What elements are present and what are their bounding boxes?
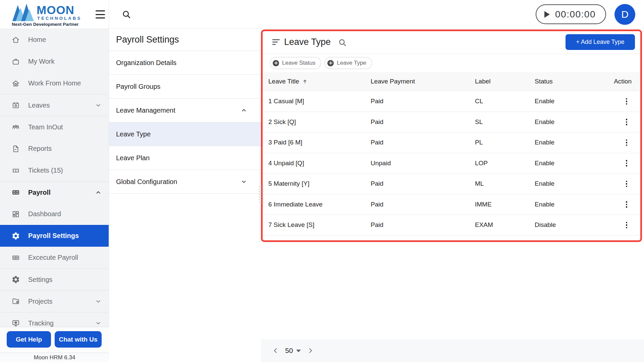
column-header-leave-title[interactable]: Leave Title <box>268 78 371 85</box>
sidebar-item-leaves[interactable]: Leaves <box>0 94 109 116</box>
chat-with-us-button[interactable]: Chat with Us <box>55 331 102 348</box>
panel-resize-handle[interactable] <box>259 185 263 204</box>
menu-item-payroll-groups[interactable]: Payroll Groups <box>109 75 261 99</box>
chevron-down-icon <box>95 319 102 327</box>
sidebar-item-my-work[interactable]: My Work <box>0 51 109 72</box>
table-row-7-sick-leave-s: 7 Sick Leave [S]PaidEXAMDisable <box>263 215 640 236</box>
row-actions-kebab-icon[interactable] <box>622 179 632 189</box>
sidebar-item-home[interactable]: Home <box>0 29 109 51</box>
sidebar-item-label: Team InOut <box>28 123 63 131</box>
table-row-3-paid-6-m: 3 Paid [6 M]PaidPLEnable <box>263 132 640 153</box>
sidebar-item-label: Leaves <box>28 102 50 109</box>
timer-value: 00:00:00 <box>555 9 596 20</box>
table-search-icon[interactable] <box>338 38 347 47</box>
menu-item-organization-details[interactable]: Organization Details <box>109 51 261 75</box>
moon-technolabs-logo: MOON TECHNOLABS Next-Gen Development Par… <box>12 2 84 27</box>
sidebar-item-label: Projects <box>28 298 52 305</box>
global-search-icon[interactable] <box>121 9 131 19</box>
cell-status: Enable <box>535 118 608 126</box>
topbar-divider <box>109 0 109 29</box>
chip-label: Leave Status <box>282 60 315 66</box>
sidebar-item-team-inout[interactable]: Team InOut <box>0 116 109 138</box>
cell-label: EXAM <box>475 221 535 229</box>
sidebar-item-payroll[interactable]: Payroll <box>0 181 109 203</box>
row-actions-kebab-icon[interactable] <box>622 220 632 230</box>
sidebar-item-tickets-15[interactable]: Tickets (15) <box>0 160 109 181</box>
chevron-up-icon <box>240 107 248 114</box>
cell-status: Disable <box>535 221 608 229</box>
get-help-button[interactable]: Get Help <box>7 331 51 348</box>
menu-item-leave-plan[interactable]: Leave Plan <box>109 146 261 170</box>
chevron-up-icon <box>95 189 102 196</box>
cell-leave-title: 5 Maternity [Y] <box>268 180 371 187</box>
gear-icon <box>11 275 20 284</box>
sidebar-item-label: Work From Home <box>28 79 81 87</box>
sidebar-item-reports[interactable]: Reports <box>0 138 109 160</box>
row-actions-kebab-icon[interactable] <box>622 117 632 127</box>
user-avatar[interactable]: D <box>614 4 635 25</box>
column-header-action: Action <box>608 78 632 85</box>
menu-item-leave-type[interactable]: Leave Type <box>109 122 261 146</box>
column-header-status: Status <box>535 78 608 85</box>
cash-icon <box>11 253 20 262</box>
briefcase-icon <box>11 57 20 66</box>
leave-type-header: Leave Type + Add Leave Type <box>263 31 640 54</box>
sidebar-item-excecute-payroll[interactable]: Excecute Payroll <box>0 247 109 268</box>
filter-chip-leave-status[interactable]: Leave Status <box>270 57 321 69</box>
sidebar-item-work-from-home[interactable]: Work From Home <box>0 72 109 94</box>
sidebar-item-label: Payroll Settings <box>28 232 79 240</box>
home-icon <box>11 36 20 44</box>
page-size-dropdown[interactable]: 50 <box>285 347 301 355</box>
cell-status: Enable <box>535 201 608 208</box>
menu-item-label: Leave Type <box>116 130 151 138</box>
app-root: MOON TECHNOLABS Next-Gen Development Par… <box>0 0 644 362</box>
row-actions-kebab-icon[interactable] <box>622 96 632 106</box>
sidebar-item-payroll-settings[interactable]: Payroll Settings <box>0 225 109 247</box>
sidebar-item-projects[interactable]: Projects <box>0 290 109 312</box>
sidebar-item-label: Tickets (15) <box>28 167 63 174</box>
sidebar-bottom: Get Help Chat with Us Moon HRM 6.34 <box>0 327 109 362</box>
table-row-6-immediate-leave: 6 Immediate LeavePaidIMMEEnable <box>263 194 640 215</box>
table-row-1-casual-m: 1 Casual [M]PaidCLEnable <box>263 91 640 112</box>
cell-action <box>608 199 632 209</box>
previous-page-icon[interactable] <box>271 346 280 355</box>
cell-leave-payment: Unpaid <box>371 160 475 167</box>
sidebar-item-label: My Work <box>28 58 55 65</box>
sidebar-item-dashboard[interactable]: Dashboard <box>0 203 109 225</box>
table-body: 1 Casual [M]PaidCLEnable2 Sick [Q]PaidSL… <box>263 91 640 236</box>
payroll-settings-panel: Payroll Settings Organization DetailsPay… <box>109 29 261 362</box>
page-title: Leave Type <box>284 37 331 47</box>
cell-leave-title: 3 Paid [6 M] <box>268 139 371 146</box>
cell-action <box>608 179 632 189</box>
menu-item-global-configuration[interactable]: Global Configuration <box>109 170 261 194</box>
cell-action <box>608 220 632 230</box>
chevron-down-icon <box>95 298 102 305</box>
filter-chip-leave-type[interactable]: Leave Type <box>325 57 372 69</box>
cell-leave-title: 6 Immediate Leave <box>268 201 371 208</box>
cell-label: ML <box>475 180 535 187</box>
pagination-bar: 50 <box>261 339 644 362</box>
sidebar-item-label: Payroll <box>28 189 51 196</box>
row-actions-kebab-icon[interactable] <box>622 137 632 147</box>
cell-label: SL <box>475 118 535 126</box>
table-row-2-sick-q: 2 Sick [Q]PaidSLEnable <box>263 112 640 133</box>
logo-word-moon: MOON <box>37 3 74 17</box>
time-tracker[interactable]: 00:00:00 <box>536 4 606 24</box>
menu-item-leave-management[interactable]: Leave Management <box>109 99 261 122</box>
cell-label: CL <box>475 98 535 105</box>
hamburger-menu-icon[interactable] <box>96 10 105 18</box>
chip-label: Leave Type <box>337 60 366 66</box>
cell-leave-payment: Paid <box>371 139 475 146</box>
cell-leave-title: 7 Sick Leave [S] <box>268 221 371 229</box>
folder-gear-icon <box>11 297 20 306</box>
next-page-icon[interactable] <box>306 346 315 355</box>
row-actions-kebab-icon[interactable] <box>622 158 632 168</box>
row-actions-kebab-icon[interactable] <box>622 199 632 209</box>
cell-status: Enable <box>535 180 608 187</box>
sidebar-item-label: Dashboard <box>28 210 61 218</box>
cell-leave-title: 2 Sick [Q] <box>268 118 371 126</box>
filter-sort-icon[interactable] <box>272 39 280 45</box>
timer-play-icon[interactable] <box>544 11 550 18</box>
sidebar-item-settings[interactable]: Settings <box>0 268 109 290</box>
add-leave-type-button[interactable]: + Add Leave Type <box>566 34 635 50</box>
